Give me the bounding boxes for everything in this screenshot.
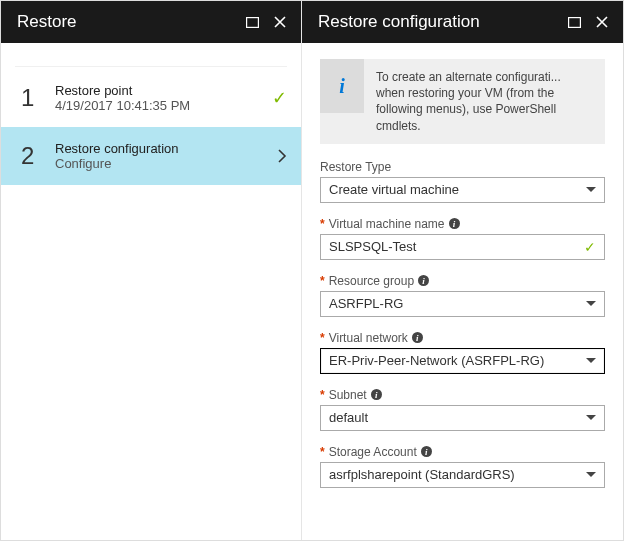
- select-value: ER-Priv-Peer-Network (ASRFPL-RG): [329, 353, 544, 368]
- select-value: asrfplsharepoint (StandardGRS): [329, 467, 515, 482]
- field-restore-type: Restore Type Create virtual machine: [320, 160, 605, 203]
- field-virtual-network: * Virtual network i ER-Priv-Peer-Network…: [320, 331, 605, 374]
- restore-blade: Restore 1 Restore point 4/19/2017 10:41:…: [1, 1, 301, 540]
- blade-title: Restore configuration: [318, 12, 563, 32]
- label-text: Virtual network: [329, 331, 408, 345]
- step-subtitle: 4/19/2017 10:41:35 PM: [55, 98, 256, 113]
- chevron-down-icon: [586, 301, 596, 306]
- field-storage-account: * Storage Account i asrfplsharepoint (St…: [320, 445, 605, 488]
- chevron-down-icon: [586, 187, 596, 192]
- required-mark: *: [320, 331, 325, 345]
- help-icon[interactable]: i: [449, 218, 460, 229]
- maximize-icon[interactable]: [241, 11, 263, 33]
- check-icon: ✓: [272, 87, 287, 109]
- step-title: Restore configuration: [55, 141, 262, 156]
- required-mark: *: [320, 388, 325, 402]
- select-value: default: [329, 410, 368, 425]
- svg-rect-1: [568, 17, 580, 27]
- restore-type-select[interactable]: Create virtual machine: [320, 177, 605, 203]
- blade-title: Restore: [17, 12, 241, 32]
- info-text: To create an alternate configurati... wh…: [376, 59, 591, 134]
- step-number: 1: [21, 84, 39, 112]
- header-controls: [563, 11, 613, 33]
- step-restore-configuration[interactable]: 2 Restore configuration Configure: [1, 127, 301, 185]
- required-mark: *: [320, 274, 325, 288]
- step-restore-point[interactable]: 1 Restore point 4/19/2017 10:41:35 PM ✓: [1, 69, 301, 127]
- svg-rect-0: [246, 17, 258, 27]
- step-subtitle: Configure: [55, 156, 262, 171]
- chevron-right-icon: [278, 149, 287, 163]
- label-text: Subnet: [329, 388, 367, 402]
- field-subnet: * Subnet i default: [320, 388, 605, 431]
- label-text: Resource group: [329, 274, 414, 288]
- maximize-icon[interactable]: [563, 11, 585, 33]
- field-vm-name: * Virtual machine name i SLSPSQL-Test ✓: [320, 217, 605, 260]
- storage-account-select[interactable]: asrfplsharepoint (StandardGRS): [320, 462, 605, 488]
- label-text: Restore Type: [320, 160, 391, 174]
- field-resource-group: * Resource group i ASRFPL-RG: [320, 274, 605, 317]
- step-title: Restore point: [55, 83, 256, 98]
- chevron-down-icon: [586, 358, 596, 363]
- select-value: ASRFPL-RG: [329, 296, 403, 311]
- chevron-down-icon: [586, 472, 596, 477]
- help-icon[interactable]: i: [412, 332, 423, 343]
- wizard-steps: 1 Restore point 4/19/2017 10:41:35 PM ✓ …: [1, 43, 301, 185]
- help-icon[interactable]: i: [371, 389, 382, 400]
- chevron-down-icon: [586, 415, 596, 420]
- label-text: Storage Account: [329, 445, 417, 459]
- info-banner: i To create an alternate configurati... …: [320, 59, 605, 144]
- close-icon[interactable]: [269, 11, 291, 33]
- select-value: Create virtual machine: [329, 182, 459, 197]
- info-icon: i: [320, 59, 364, 113]
- required-mark: *: [320, 445, 325, 459]
- blade-header: Restore configuration: [302, 1, 623, 43]
- check-icon: ✓: [584, 239, 596, 255]
- step-text: Restore point 4/19/2017 10:41:35 PM: [55, 83, 256, 113]
- label-text: Virtual machine name: [329, 217, 445, 231]
- required-mark: *: [320, 217, 325, 231]
- restore-configuration-blade: Restore configuration i To create an alt…: [301, 1, 623, 540]
- blade-body: i To create an alternate configurati... …: [302, 43, 623, 540]
- step-number: 2: [21, 142, 39, 170]
- resource-group-select[interactable]: ASRFPL-RG: [320, 291, 605, 317]
- virtual-network-select[interactable]: ER-Priv-Peer-Network (ASRFPL-RG): [320, 348, 605, 374]
- subnet-select[interactable]: default: [320, 405, 605, 431]
- help-icon[interactable]: i: [418, 275, 429, 286]
- field-label: * Virtual machine name i: [320, 217, 605, 231]
- field-label: Restore Type: [320, 160, 605, 174]
- header-controls: [241, 11, 291, 33]
- vm-name-input[interactable]: SLSPSQL-Test ✓: [320, 234, 605, 260]
- field-label: * Storage Account i: [320, 445, 605, 459]
- step-text: Restore configuration Configure: [55, 141, 262, 171]
- input-value: SLSPSQL-Test: [329, 239, 416, 254]
- field-label: * Resource group i: [320, 274, 605, 288]
- field-label: * Subnet i: [320, 388, 605, 402]
- close-icon[interactable]: [591, 11, 613, 33]
- blade-header: Restore: [1, 1, 301, 43]
- help-icon[interactable]: i: [421, 446, 432, 457]
- field-label: * Virtual network i: [320, 331, 605, 345]
